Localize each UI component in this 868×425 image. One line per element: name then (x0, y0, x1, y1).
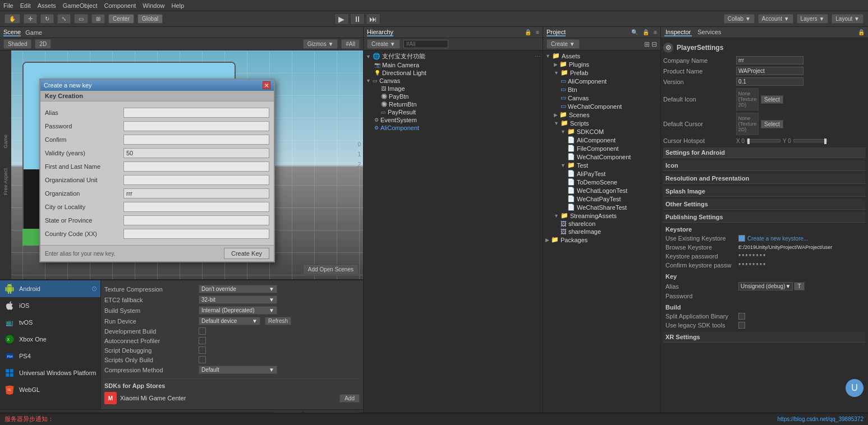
dev-build-checkbox[interactable] (199, 327, 206, 335)
company-name-input[interactable] (736, 56, 803, 64)
project-streaming-assets[interactable]: ▼ 📁 StreamingAssets (543, 211, 660, 220)
etc2-select[interactable]: 32-bit ▼ (199, 295, 277, 304)
texture-compression-select[interactable]: Don't override ▼ (199, 285, 277, 293)
hotspot-x-slider[interactable] (747, 139, 780, 142)
space-btn[interactable]: Global (137, 14, 163, 24)
tab-inspector[interactable]: Inspector (664, 29, 692, 36)
platform-uwp[interactable]: Universal Windows Platform (0, 364, 100, 381)
dialog-city-input[interactable] (123, 202, 269, 212)
hierarchy-canvas[interactable]: ▼ ▭ Canvas (364, 77, 543, 85)
hierarchy-eventsystem[interactable]: ⚙ EventSystem (364, 116, 543, 124)
project-shareimage[interactable]: 🖼 shareImage (543, 228, 660, 235)
use-existing-checkbox[interactable] (738, 235, 745, 242)
scale-tool-btn[interactable]: ⤡ (57, 14, 71, 24)
hierarchy-scene-root[interactable]: ▼ 🌐 支付宝支付功能 ⋯ (364, 52, 543, 61)
project-alipaytest[interactable]: 📄 AliPayTest (543, 169, 660, 178)
project-assets[interactable]: ▼ 📁 Assets (543, 52, 660, 60)
step-btn[interactable]: ⏭ (366, 13, 380, 25)
dialog-alias-input[interactable] (123, 108, 269, 118)
sdk-add-btn[interactable]: Add (339, 394, 360, 403)
pivot-btn[interactable]: Center (108, 14, 134, 24)
inspector-lock-btn[interactable]: 🔒 (858, 29, 865, 35)
menu-gameobject[interactable]: GameObject (63, 2, 98, 9)
project-wechatpay[interactable]: 📄 WeChatPayTest (543, 195, 660, 203)
legacy-sdk-checkbox[interactable] (738, 322, 745, 329)
project-create-btn[interactable]: Create ▼ (546, 39, 580, 49)
dialog-org-input[interactable] (123, 188, 269, 198)
rotate-tool-btn[interactable]: ↻ (40, 14, 54, 24)
publishing-settings-header[interactable]: Publishing Settings (663, 212, 866, 223)
platform-android[interactable]: Android ⊙ (0, 280, 100, 297)
platform-webgl[interactable]: GL WebGL (0, 381, 100, 398)
hierarchy-create-btn[interactable]: Create ▼ (367, 39, 400, 49)
add-open-scenes-btn[interactable]: Add Open Scenes (303, 264, 359, 275)
xr-settings-header[interactable]: XR Settings (663, 332, 866, 343)
hierarchy-search[interactable] (403, 40, 448, 48)
project-wechatlogon[interactable]: 📄 WeChatLogonTest (543, 186, 660, 195)
dialog-validity-input[interactable] (123, 148, 269, 158)
build-system-select[interactable]: Internal (Deprecated) ▼ (199, 306, 277, 315)
platform-ps4[interactable]: PS4 PS4 (0, 348, 100, 364)
project-todemo[interactable]: 📄 ToDemoScene (543, 178, 660, 186)
collab-btn[interactable]: Collab ▼ (724, 14, 755, 24)
gizmos-btn[interactable]: Gizmos ▼ (303, 39, 338, 49)
platform-tvos[interactable]: 📺 tvOS (0, 314, 100, 331)
project-sdk-file[interactable]: 📄 FileComponent (543, 144, 660, 153)
pause-btn[interactable]: ⏸ (350, 13, 365, 25)
hierarchy-image[interactable]: 🖼 Image (364, 85, 543, 93)
dialog-close-btn[interactable]: ✕ (263, 81, 270, 89)
hierarchy-alicomponent[interactable]: ⚙ AliComponent (364, 124, 543, 132)
create-new-keystore-link[interactable]: Create a new keystore... (747, 235, 808, 242)
compression-select[interactable]: Default ▼ (199, 366, 277, 374)
android-settings-header[interactable]: Settings for Android (663, 147, 866, 158)
rect-tool-btn[interactable]: ▭ (74, 14, 88, 24)
dialog-firstname-input[interactable] (123, 161, 269, 172)
layers-btn[interactable]: Layers ▼ (797, 14, 829, 24)
tab-services[interactable]: Services (696, 29, 722, 36)
shaded-dropdown[interactable]: Shaded (3, 39, 31, 49)
dialog-confirm-input[interactable] (123, 135, 269, 145)
autoconnect-checkbox[interactable] (199, 337, 206, 344)
dialog-orgunit-input[interactable] (123, 175, 269, 185)
account-btn[interactable]: Account ▼ (758, 14, 793, 24)
project-sdk-ali[interactable]: 📄 AliComponent (543, 136, 660, 144)
project-packages[interactable]: ▶ 📁 Packages (543, 235, 660, 244)
resolution-section-header[interactable]: Resolution and Presentation (663, 173, 866, 184)
script-debugging-checkbox[interactable] (199, 347, 206, 354)
project-scenes[interactable]: ▶ 📁 Scenes (543, 110, 660, 119)
hierarchy-menu-btn[interactable]: ≡ (536, 29, 539, 35)
layout-btn[interactable]: Layout ▼ (832, 14, 864, 24)
project-menu-btn[interactable]: ≡ (654, 29, 657, 35)
menu-component[interactable]: Component (104, 2, 136, 9)
hand-tool-btn[interactable]: ✋ (4, 14, 20, 24)
menu-window[interactable]: Window (143, 2, 164, 9)
default-icon-select-btn[interactable]: Select (761, 95, 783, 104)
combined-tool-btn[interactable]: ⊞ (91, 14, 105, 24)
scene-options-btn[interactable]: ⋯ (535, 53, 540, 59)
hierarchy-directional-light[interactable]: 💡 Directional Light (364, 69, 543, 77)
tab-game[interactable]: Game (25, 29, 42, 36)
icon-section-header[interactable]: Icon (663, 160, 866, 171)
project-test-folder[interactable]: ▼ 📁 Test (543, 161, 660, 169)
product-name-input[interactable] (736, 67, 803, 75)
platform-ios[interactable]: iOS (0, 297, 100, 314)
dialog-country-input[interactable] (123, 229, 269, 239)
hierarchy-paybtn[interactable]: 🔘 PayBtn (364, 93, 543, 100)
alias-select[interactable]: Unsigned (debug) ▼ (738, 282, 793, 290)
menu-edit[interactable]: Edit (20, 2, 31, 9)
default-cursor-select-btn[interactable]: Select (761, 120, 783, 128)
hierarchy-returnbtn[interactable]: 🔘 ReturnBtn (364, 100, 543, 108)
cloud-build-link[interactable]: Learn about Unity Cloud Build (278, 408, 360, 409)
project-canvas[interactable]: ▭ Canvas (543, 94, 660, 102)
project-prefab[interactable]: ▼ 📁 Prefab (543, 68, 660, 77)
project-alicomponent-prefab[interactable]: ▭ AliComponent (543, 77, 660, 85)
twod-btn[interactable]: 2D (35, 39, 51, 49)
alias-edit-btn[interactable]: T (794, 282, 804, 290)
all-btn[interactable]: #All (341, 39, 360, 49)
menu-assets[interactable]: Assets (38, 2, 56, 9)
project-search-btn[interactable]: 🔍 (631, 29, 638, 35)
dialog-password-input[interactable] (123, 121, 269, 131)
project-sdkcom[interactable]: ▼ 📁 SDKCOM (543, 127, 660, 136)
hotspot-y-slider[interactable] (793, 139, 827, 142)
platform-xboxone[interactable]: X Xbox One (0, 331, 100, 348)
